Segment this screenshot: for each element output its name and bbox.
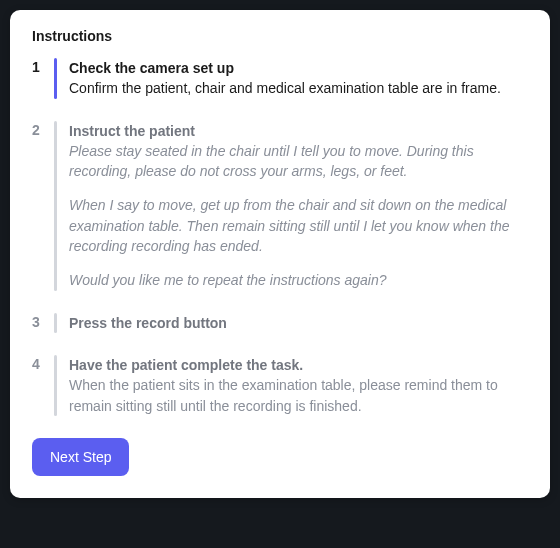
step-description: Confirm the patient, chair and medical e… xyxy=(69,78,528,98)
step-row: 4 Have the patient complete the task. Wh… xyxy=(32,355,528,416)
step-content: Press the record button xyxy=(69,313,528,333)
step-number: 3 xyxy=(32,313,42,333)
step-number: 4 xyxy=(32,355,42,416)
step-description: When the patient sits in the examination… xyxy=(69,375,528,416)
step-content: Check the camera set up Confirm the pati… xyxy=(69,58,528,99)
step-paragraph: Would you like me to repeat the instruct… xyxy=(69,270,528,290)
step-title: Have the patient complete the task. xyxy=(69,355,528,375)
step-paragraph: Please stay seated in the chair until I … xyxy=(69,141,528,182)
step-row: 2 Instruct the patient Please stay seate… xyxy=(32,121,528,291)
step-indicator-bar xyxy=(54,58,57,99)
step-indicator-bar xyxy=(54,121,57,291)
next-step-button[interactable]: Next Step xyxy=(32,438,129,476)
step-content: Instruct the patient Please stay seated … xyxy=(69,121,528,291)
instructions-heading: Instructions xyxy=(32,28,528,44)
step-number: 2 xyxy=(32,121,42,291)
step-title: Check the camera set up xyxy=(69,58,528,78)
step-title: Instruct the patient xyxy=(69,121,528,141)
instructions-card: Instructions 1 Check the camera set up C… xyxy=(10,10,550,498)
step-description: Please stay seated in the chair until I … xyxy=(69,141,528,291)
step-number: 1 xyxy=(32,58,42,99)
step-paragraph: When I say to move, get up from the chai… xyxy=(69,195,528,256)
step-content: Have the patient complete the task. When… xyxy=(69,355,528,416)
step-row: 3 Press the record button xyxy=(32,313,528,333)
step-indicator-bar xyxy=(54,355,57,416)
step-row: 1 Check the camera set up Confirm the pa… xyxy=(32,58,528,99)
step-indicator-bar xyxy=(54,313,57,333)
step-title: Press the record button xyxy=(69,313,528,333)
